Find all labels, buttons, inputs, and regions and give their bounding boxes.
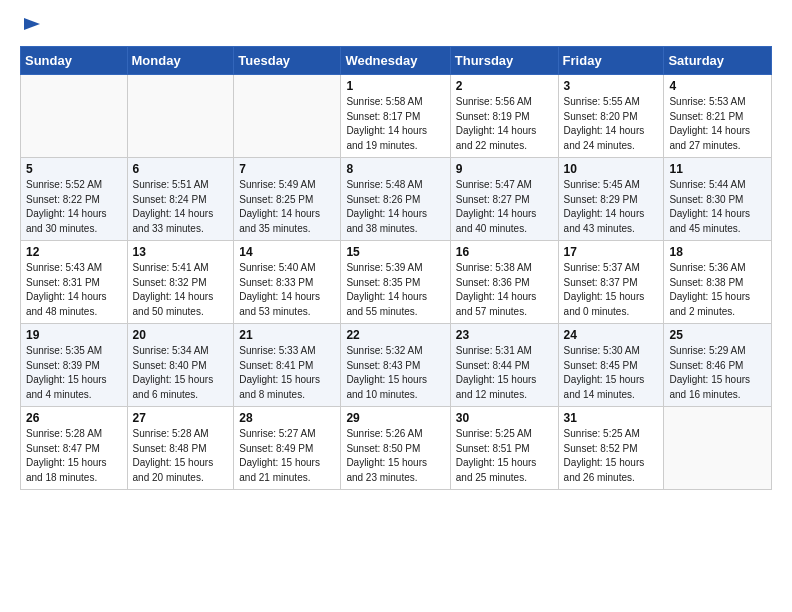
day-number: 3 — [564, 79, 659, 93]
day-number: 17 — [564, 245, 659, 259]
day-cell-20: 20Sunrise: 5:34 AM Sunset: 8:40 PM Dayli… — [127, 324, 234, 407]
weekday-header-tuesday: Tuesday — [234, 47, 341, 75]
weekday-header-wednesday: Wednesday — [341, 47, 450, 75]
day-cell-9: 9Sunrise: 5:47 AM Sunset: 8:27 PM Daylig… — [450, 158, 558, 241]
day-content: Sunrise: 5:40 AM Sunset: 8:33 PM Dayligh… — [239, 261, 335, 319]
day-number: 26 — [26, 411, 122, 425]
day-content: Sunrise: 5:39 AM Sunset: 8:35 PM Dayligh… — [346, 261, 444, 319]
day-content: Sunrise: 5:45 AM Sunset: 8:29 PM Dayligh… — [564, 178, 659, 236]
day-number: 28 — [239, 411, 335, 425]
day-cell-28: 28Sunrise: 5:27 AM Sunset: 8:49 PM Dayli… — [234, 407, 341, 490]
day-number: 14 — [239, 245, 335, 259]
day-number: 12 — [26, 245, 122, 259]
day-content: Sunrise: 5:44 AM Sunset: 8:30 PM Dayligh… — [669, 178, 766, 236]
day-cell-30: 30Sunrise: 5:25 AM Sunset: 8:51 PM Dayli… — [450, 407, 558, 490]
day-cell-31: 31Sunrise: 5:25 AM Sunset: 8:52 PM Dayli… — [558, 407, 664, 490]
day-cell-4: 4Sunrise: 5:53 AM Sunset: 8:21 PM Daylig… — [664, 75, 772, 158]
logo — [20, 16, 42, 36]
day-content: Sunrise: 5:28 AM Sunset: 8:47 PM Dayligh… — [26, 427, 122, 485]
day-number: 4 — [669, 79, 766, 93]
day-number: 5 — [26, 162, 122, 176]
day-cell-27: 27Sunrise: 5:28 AM Sunset: 8:48 PM Dayli… — [127, 407, 234, 490]
day-content: Sunrise: 5:33 AM Sunset: 8:41 PM Dayligh… — [239, 344, 335, 402]
day-cell-18: 18Sunrise: 5:36 AM Sunset: 8:38 PM Dayli… — [664, 241, 772, 324]
day-number: 20 — [133, 328, 229, 342]
day-number: 6 — [133, 162, 229, 176]
day-content: Sunrise: 5:38 AM Sunset: 8:36 PM Dayligh… — [456, 261, 553, 319]
svg-marker-0 — [24, 18, 40, 30]
day-cell-5: 5Sunrise: 5:52 AM Sunset: 8:22 PM Daylig… — [21, 158, 128, 241]
day-number: 27 — [133, 411, 229, 425]
day-number: 11 — [669, 162, 766, 176]
weekday-header-monday: Monday — [127, 47, 234, 75]
logo-flag-icon — [22, 16, 42, 36]
day-number: 8 — [346, 162, 444, 176]
day-content: Sunrise: 5:36 AM Sunset: 8:38 PM Dayligh… — [669, 261, 766, 319]
week-row-1: 1Sunrise: 5:58 AM Sunset: 8:17 PM Daylig… — [21, 75, 772, 158]
day-number: 19 — [26, 328, 122, 342]
day-cell-2: 2Sunrise: 5:56 AM Sunset: 8:19 PM Daylig… — [450, 75, 558, 158]
weekday-header-row: SundayMondayTuesdayWednesdayThursdayFrid… — [21, 47, 772, 75]
day-content: Sunrise: 5:51 AM Sunset: 8:24 PM Dayligh… — [133, 178, 229, 236]
day-cell-10: 10Sunrise: 5:45 AM Sunset: 8:29 PM Dayli… — [558, 158, 664, 241]
day-content: Sunrise: 5:56 AM Sunset: 8:19 PM Dayligh… — [456, 95, 553, 153]
day-content: Sunrise: 5:25 AM Sunset: 8:51 PM Dayligh… — [456, 427, 553, 485]
day-cell-22: 22Sunrise: 5:32 AM Sunset: 8:43 PM Dayli… — [341, 324, 450, 407]
day-cell-14: 14Sunrise: 5:40 AM Sunset: 8:33 PM Dayli… — [234, 241, 341, 324]
day-cell-21: 21Sunrise: 5:33 AM Sunset: 8:41 PM Dayli… — [234, 324, 341, 407]
weekday-header-thursday: Thursday — [450, 47, 558, 75]
day-cell-3: 3Sunrise: 5:55 AM Sunset: 8:20 PM Daylig… — [558, 75, 664, 158]
day-content: Sunrise: 5:35 AM Sunset: 8:39 PM Dayligh… — [26, 344, 122, 402]
day-content: Sunrise: 5:48 AM Sunset: 8:26 PM Dayligh… — [346, 178, 444, 236]
day-content: Sunrise: 5:55 AM Sunset: 8:20 PM Dayligh… — [564, 95, 659, 153]
week-row-5: 26Sunrise: 5:28 AM Sunset: 8:47 PM Dayli… — [21, 407, 772, 490]
day-cell-19: 19Sunrise: 5:35 AM Sunset: 8:39 PM Dayli… — [21, 324, 128, 407]
day-cell-6: 6Sunrise: 5:51 AM Sunset: 8:24 PM Daylig… — [127, 158, 234, 241]
day-content: Sunrise: 5:28 AM Sunset: 8:48 PM Dayligh… — [133, 427, 229, 485]
day-number: 9 — [456, 162, 553, 176]
day-content: Sunrise: 5:37 AM Sunset: 8:37 PM Dayligh… — [564, 261, 659, 319]
day-cell-12: 12Sunrise: 5:43 AM Sunset: 8:31 PM Dayli… — [21, 241, 128, 324]
day-content: Sunrise: 5:29 AM Sunset: 8:46 PM Dayligh… — [669, 344, 766, 402]
day-cell-24: 24Sunrise: 5:30 AM Sunset: 8:45 PM Dayli… — [558, 324, 664, 407]
day-content: Sunrise: 5:52 AM Sunset: 8:22 PM Dayligh… — [26, 178, 122, 236]
day-number: 24 — [564, 328, 659, 342]
weekday-header-friday: Friday — [558, 47, 664, 75]
header — [20, 16, 772, 36]
day-cell-11: 11Sunrise: 5:44 AM Sunset: 8:30 PM Dayli… — [664, 158, 772, 241]
day-content: Sunrise: 5:34 AM Sunset: 8:40 PM Dayligh… — [133, 344, 229, 402]
day-number: 7 — [239, 162, 335, 176]
empty-cell — [21, 75, 128, 158]
day-cell-26: 26Sunrise: 5:28 AM Sunset: 8:47 PM Dayli… — [21, 407, 128, 490]
day-content: Sunrise: 5:49 AM Sunset: 8:25 PM Dayligh… — [239, 178, 335, 236]
day-number: 30 — [456, 411, 553, 425]
day-content: Sunrise: 5:41 AM Sunset: 8:32 PM Dayligh… — [133, 261, 229, 319]
day-number: 10 — [564, 162, 659, 176]
empty-cell — [664, 407, 772, 490]
day-number: 22 — [346, 328, 444, 342]
day-content: Sunrise: 5:26 AM Sunset: 8:50 PM Dayligh… — [346, 427, 444, 485]
day-number: 16 — [456, 245, 553, 259]
week-row-3: 12Sunrise: 5:43 AM Sunset: 8:31 PM Dayli… — [21, 241, 772, 324]
weekday-header-sunday: Sunday — [21, 47, 128, 75]
day-number: 15 — [346, 245, 444, 259]
day-content: Sunrise: 5:43 AM Sunset: 8:31 PM Dayligh… — [26, 261, 122, 319]
day-cell-17: 17Sunrise: 5:37 AM Sunset: 8:37 PM Dayli… — [558, 241, 664, 324]
empty-cell — [234, 75, 341, 158]
day-cell-23: 23Sunrise: 5:31 AM Sunset: 8:44 PM Dayli… — [450, 324, 558, 407]
day-number: 13 — [133, 245, 229, 259]
day-cell-15: 15Sunrise: 5:39 AM Sunset: 8:35 PM Dayli… — [341, 241, 450, 324]
day-cell-1: 1Sunrise: 5:58 AM Sunset: 8:17 PM Daylig… — [341, 75, 450, 158]
day-number: 23 — [456, 328, 553, 342]
day-number: 21 — [239, 328, 335, 342]
day-content: Sunrise: 5:32 AM Sunset: 8:43 PM Dayligh… — [346, 344, 444, 402]
day-content: Sunrise: 5:31 AM Sunset: 8:44 PM Dayligh… — [456, 344, 553, 402]
day-number: 1 — [346, 79, 444, 93]
day-content: Sunrise: 5:47 AM Sunset: 8:27 PM Dayligh… — [456, 178, 553, 236]
empty-cell — [127, 75, 234, 158]
day-cell-16: 16Sunrise: 5:38 AM Sunset: 8:36 PM Dayli… — [450, 241, 558, 324]
day-number: 31 — [564, 411, 659, 425]
day-number: 29 — [346, 411, 444, 425]
day-cell-13: 13Sunrise: 5:41 AM Sunset: 8:32 PM Dayli… — [127, 241, 234, 324]
page: SundayMondayTuesdayWednesdayThursdayFrid… — [0, 0, 792, 506]
